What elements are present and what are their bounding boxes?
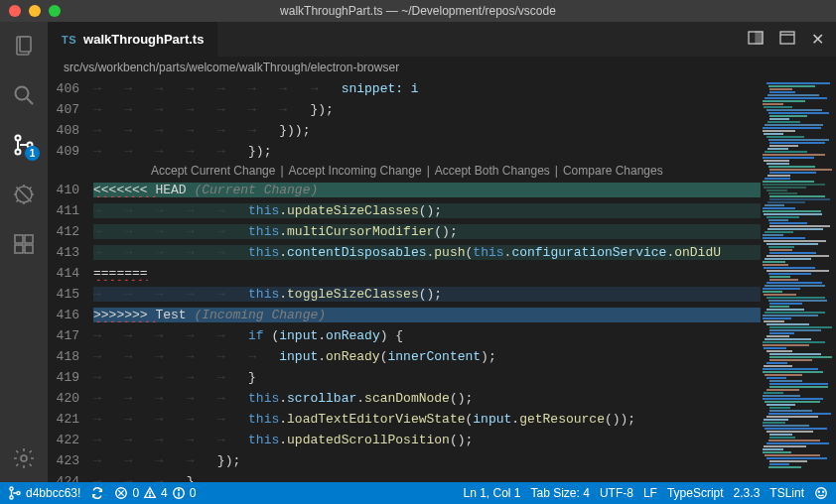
tab-walkthroughpart[interactable]: TS walkThroughPart.ts — [48, 22, 218, 57]
svg-point-19 — [10, 496, 13, 499]
accept-current-link[interactable]: Accept Current Change — [151, 164, 275, 178]
svg-point-30 — [818, 491, 819, 492]
svg-line-8 — [19, 189, 29, 199]
activity-debug-icon[interactable] — [10, 181, 38, 208]
svg-line-3 — [27, 98, 33, 104]
svg-point-28 — [178, 490, 179, 491]
conflict-incoming-marker: >>>>>>> — [93, 308, 155, 322]
svg-point-4 — [16, 136, 21, 141]
sb-tabsize[interactable]: Tab Size: 4 — [531, 486, 590, 500]
tab-bar: TS walkThroughPart.ts ✕ — [48, 22, 836, 57]
sb-encoding[interactable]: UTF-8 — [600, 486, 633, 500]
breadcrumb[interactable]: src/vs/workbench/parts/welcome/walkThrou… — [48, 57, 836, 78]
sb-sync[interactable] — [90, 486, 104, 500]
typescript-file-icon: TS — [62, 34, 76, 46]
editor-layout-icon[interactable] — [779, 30, 795, 50]
activity-scm-icon[interactable]: 1 — [10, 131, 38, 159]
close-editor-icon[interactable]: ✕ — [811, 30, 824, 49]
sb-problems[interactable]: 0 4 0 — [114, 486, 196, 500]
sb-feedback-icon[interactable] — [814, 486, 828, 500]
accept-incoming-link[interactable]: Accept Incoming Change — [289, 164, 422, 178]
activity-settings-icon[interactable] — [10, 444, 38, 472]
sb-branch[interactable]: d4bbcc63! — [8, 486, 80, 500]
svg-rect-11 — [15, 245, 23, 253]
svg-point-31 — [823, 491, 824, 492]
sb-cursor[interactable]: Ln 1, Col 1 — [463, 486, 520, 500]
svg-point-5 — [16, 150, 21, 155]
svg-point-13 — [21, 455, 27, 461]
split-editor-icon[interactable] — [748, 30, 764, 50]
tab-filename: walkThroughPart.ts — [83, 32, 204, 47]
svg-point-2 — [16, 87, 29, 100]
titlebar: walkThroughPart.ts — ~/Development/repos… — [0, 0, 836, 22]
svg-point-29 — [816, 488, 827, 499]
window-close-button[interactable] — [9, 5, 21, 17]
svg-rect-10 — [25, 235, 33, 243]
window-maximize-button[interactable] — [49, 5, 61, 17]
svg-rect-9 — [15, 235, 23, 243]
window-title: walkThroughPart.ts — ~/Development/repos… — [0, 4, 836, 18]
window-minimize-button[interactable] — [29, 5, 41, 17]
accept-both-link[interactable]: Accept Both Changes — [435, 164, 550, 178]
compare-changes-link[interactable]: Compare Changes — [563, 164, 663, 178]
merge-codelens: Accept Current Change| Accept Incoming C… — [48, 162, 761, 180]
svg-point-20 — [17, 491, 20, 494]
activity-explorer-icon[interactable] — [10, 32, 38, 60]
svg-rect-15 — [756, 32, 763, 44]
scm-badge: 1 — [25, 146, 40, 161]
editor-area: TS walkThroughPart.ts ✕ src/vs/workbench… — [48, 22, 836, 482]
sb-tslint[interactable]: TSLint — [769, 486, 804, 500]
sb-tsversion[interactable]: 2.3.3 — [734, 486, 761, 500]
code-editor[interactable]: 406→ → → → → → → → snippet: i 407→ → → →… — [48, 78, 761, 482]
conflict-divider: ======= — [93, 266, 148, 281]
minimap[interactable] — [761, 78, 836, 482]
statusbar: d4bbcc63! 0 4 0 Ln 1, Col 1 Tab Size: 4 … — [0, 482, 836, 504]
svg-rect-1 — [20, 37, 31, 52]
activity-search-icon[interactable] — [10, 81, 38, 109]
activity-extensions-icon[interactable] — [10, 230, 38, 258]
svg-rect-16 — [780, 32, 794, 44]
sb-language[interactable]: TypeScript — [667, 486, 724, 500]
activity-bar: 1 — [0, 22, 48, 482]
conflict-head-marker: <<<<<<< — [93, 183, 155, 197]
sb-eol[interactable]: LF — [643, 486, 657, 500]
svg-point-25 — [150, 495, 151, 496]
svg-rect-12 — [25, 245, 33, 253]
svg-point-18 — [10, 487, 13, 490]
